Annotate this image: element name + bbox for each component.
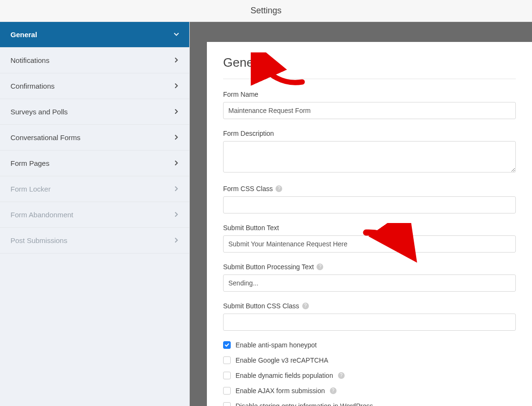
checkbox-row: Enable dynamic fields population? <box>223 372 516 379</box>
chevron-right-icon <box>174 134 179 141</box>
sidebar-item-form-abandonment[interactable]: Form Abandonment <box>0 202 189 228</box>
settings-sidebar: GeneralNotificationsConfirmationsSurveys… <box>0 22 190 406</box>
chevron-right-icon <box>174 237 179 244</box>
help-icon[interactable]: ? <box>338 372 345 379</box>
chevron-right-icon <box>174 160 179 167</box>
input-submit-button-processing[interactable] <box>223 274 516 292</box>
field-form-description: Form Description <box>223 130 516 174</box>
chevron-right-icon <box>174 186 179 193</box>
topbar-title: Settings <box>250 6 281 16</box>
checkbox-row: Enable AJAX form submission? <box>223 387 516 395</box>
sidebar-item-label: Form Abandonment <box>10 211 73 219</box>
sidebar-item-post-submissions[interactable]: Post Submissions <box>0 228 189 254</box>
chevron-right-icon <box>174 109 179 115</box>
panel-heading: General <box>223 55 516 79</box>
checkbox[interactable] <box>223 402 231 406</box>
checkbox-label: Enable Google v3 reCAPTCHA <box>235 356 328 364</box>
sidebar-item-conversational-forms[interactable]: Conversational Forms <box>0 125 189 151</box>
content-area: General Form Name Form Description Form … <box>190 22 532 406</box>
topbar: Settings <box>0 0 532 22</box>
general-settings-panel: General Form Name Form Description Form … <box>207 42 532 406</box>
checkbox-label: Disable storing entry information in Wor… <box>235 402 373 406</box>
checkbox-row: Enable anti-spam honeypot <box>223 341 516 349</box>
sidebar-item-label: Form Locker <box>10 185 51 193</box>
chevron-right-icon <box>174 212 179 218</box>
sidebar-item-label: Post Submissions <box>10 236 67 244</box>
checkbox-row: Disable storing entry information in Wor… <box>223 402 516 406</box>
input-form-name[interactable] <box>223 102 516 119</box>
chevron-right-icon <box>174 57 179 64</box>
chevron-right-icon <box>174 83 179 90</box>
label-submit-button-css-class: Submit Button CSS Class ? <box>223 302 516 310</box>
input-submit-button-text[interactable] <box>223 235 516 253</box>
input-submit-button-css-class[interactable] <box>223 314 516 331</box>
help-icon[interactable]: ? <box>317 264 323 270</box>
field-form-css-class: Form CSS Class ? <box>223 185 516 213</box>
label-submit-button-text: Submit Button Text <box>223 224 516 232</box>
chevron-down-icon <box>174 31 179 38</box>
help-icon[interactable]: ? <box>276 185 282 192</box>
checkbox[interactable] <box>223 387 231 395</box>
checkbox[interactable] <box>223 341 231 349</box>
label-form-css-class: Form CSS Class ? <box>223 185 516 193</box>
field-submit-button-processing: Submit Button Processing Text ? <box>223 263 516 292</box>
sidebar-item-label: Surveys and Polls <box>10 108 68 116</box>
checkbox-label: Enable anti-spam honeypot <box>235 341 317 349</box>
sidebar-item-form-pages[interactable]: Form Pages <box>0 151 189 176</box>
checkbox[interactable] <box>223 372 231 379</box>
input-form-css-class[interactable] <box>223 196 516 213</box>
label-submit-button-processing: Submit Button Processing Text ? <box>223 263 516 271</box>
label-form-description: Form Description <box>223 130 516 137</box>
field-form-name: Form Name <box>223 91 516 119</box>
field-submit-button-text: Submit Button Text <box>223 224 516 253</box>
sidebar-item-label: Form Pages <box>10 159 50 167</box>
sidebar-item-form-locker[interactable]: Form Locker <box>0 176 189 202</box>
field-submit-button-css-class: Submit Button CSS Class ? <box>223 302 516 331</box>
checkbox-row: Enable Google v3 reCAPTCHA <box>223 356 516 364</box>
help-icon[interactable]: ? <box>302 303 309 309</box>
sidebar-item-notifications[interactable]: Notifications <box>0 48 189 73</box>
input-form-description[interactable] <box>223 141 516 173</box>
sidebar-item-general[interactable]: General <box>0 22 189 48</box>
sidebar-item-label: General <box>10 30 37 39</box>
help-icon[interactable]: ? <box>330 387 337 394</box>
sidebar-item-label: Confirmations <box>10 82 55 90</box>
sidebar-item-label: Notifications <box>10 56 50 64</box>
checkbox-label: Enable AJAX form submission <box>235 387 325 395</box>
label-form-name: Form Name <box>223 91 516 98</box>
checkbox-label: Enable dynamic fields population <box>235 372 333 379</box>
sidebar-item-confirmations[interactable]: Confirmations <box>0 73 189 99</box>
sidebar-item-surveys-and-polls[interactable]: Surveys and Polls <box>0 99 189 125</box>
sidebar-item-label: Conversational Forms <box>10 133 81 142</box>
checkbox[interactable] <box>223 356 231 364</box>
